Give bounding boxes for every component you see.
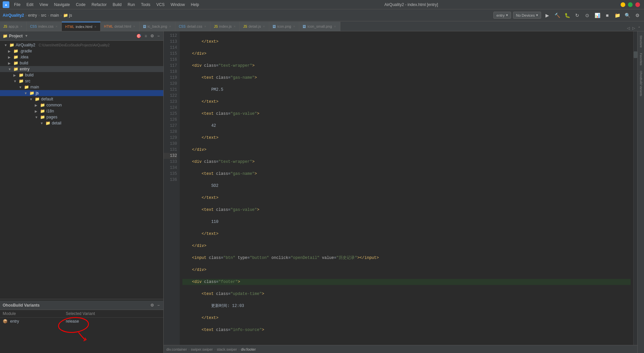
tree-build[interactable]: ▶ 📁 build (0, 60, 163, 66)
entry-selector[interactable]: entry ▾ (493, 12, 511, 19)
menu-file[interactable]: File (11, 2, 23, 8)
tree-default[interactable]: ▼ 📁 default (0, 96, 163, 102)
module-icon: 📦 (3, 319, 8, 324)
tree-item-label: build (20, 61, 28, 65)
project-dropdown-btn[interactable]: ▾ (24, 33, 29, 39)
settings-toolbar-button[interactable]: ⚙ (633, 11, 641, 19)
tree-item-label: entry (20, 67, 29, 71)
structure-tab[interactable]: Structure (639, 33, 643, 50)
breadcrumb-app[interactable]: AirQuality2 (3, 13, 24, 18)
code-editor[interactable]: </text> </div> <div class="text-wrapper"… (180, 31, 633, 345)
breadcrumb-src[interactable]: src (41, 13, 46, 18)
tab-close-detail-html[interactable]: × (133, 24, 136, 29)
tab-close-index-css[interactable]: × (55, 24, 58, 29)
tree-js[interactable]: ▼ 📁 js (0, 90, 163, 96)
tab-label: detail.html (115, 24, 131, 28)
menu-window[interactable]: Window (168, 2, 188, 8)
menu-code[interactable]: Code (73, 2, 88, 8)
tab-close-icon-png[interactable]: × (293, 24, 296, 29)
profile-button[interactable]: ⊙ (583, 11, 591, 19)
tab-app-js[interactable]: JS app.js × (0, 22, 27, 31)
stop-button[interactable]: ■ (603, 11, 611, 19)
file-tree[interactable]: ▼ 📁 AirQuality2 C:\Users\hett\DevEcoStud… (0, 41, 163, 299)
collapse-btn[interactable]: ≡ (144, 33, 148, 39)
breadcrumb-entry[interactable]: entry (28, 13, 37, 18)
tab-index-html[interactable]: HTML index.html × (62, 22, 101, 31)
search-toolbar-button[interactable]: 🔍 (623, 11, 631, 19)
run-button[interactable]: ▶ (543, 11, 551, 19)
tree-i18n[interactable]: ▶ 📁 i18n (0, 108, 163, 114)
build-button[interactable]: 🔨 (553, 11, 561, 19)
tab-close-detail-js[interactable]: × (262, 24, 266, 29)
css-file-icon: CSS (30, 25, 37, 28)
favorites-tab[interactable]: Favorites (639, 50, 643, 68)
tree-arrow: ▼ (8, 67, 12, 71)
folder-button[interactable]: 📁 (613, 11, 621, 19)
folder-icon: 📁 (19, 73, 24, 77)
variants-minimize-btn[interactable]: − (156, 303, 161, 308)
menu-run[interactable]: Run (125, 2, 138, 8)
locate-btn[interactable]: 🎯 (135, 33, 142, 39)
ohosbuild-tab[interactable]: OhosBuild Variants (639, 68, 643, 99)
bc-div-footer[interactable]: div.footer (241, 347, 256, 351)
bc-swiper-swiper[interactable]: swiper.swiper (191, 347, 213, 351)
tree-pages[interactable]: ▼ 📁 pages (0, 114, 163, 120)
maximize-button[interactable]: □ (628, 2, 633, 7)
tab-close-index-js[interactable]: × (233, 24, 236, 29)
refresh-button[interactable]: ↻ (573, 11, 581, 19)
menu-help[interactable]: Help (188, 2, 202, 8)
tab-ic-back[interactable]: 🖼 ic_back.png × (140, 22, 176, 31)
tab-close-app-js[interactable]: × (20, 24, 23, 29)
minimize-panel-btn[interactable]: − (156, 33, 161, 39)
tree-detail[interactable]: ▼ 📁 detail (0, 120, 163, 126)
settings-btn[interactable]: ⚙ (149, 33, 155, 39)
tab-icon-png[interactable]: 🖼 icon.png × (269, 22, 299, 31)
tree-arrow: ▼ (24, 91, 28, 95)
tree-entry[interactable]: ▼ 📁 entry (0, 66, 163, 72)
tree-entry-build[interactable]: ▶ 📁 build (0, 72, 163, 78)
js-file-icon2: JS (214, 25, 218, 28)
coverage-button[interactable]: 📊 (593, 11, 601, 19)
tab-index-js[interactable]: JS index.js × (210, 22, 240, 31)
editor-breadcrumb-bar: div.container › swiper.swiper › stack.sw… (164, 345, 637, 353)
tab-icon-small-png[interactable]: 🖼 icon_small.png × (299, 22, 340, 31)
close-button[interactable]: × (635, 2, 640, 7)
bc-stack-swiper[interactable]: stack.swiper (217, 347, 237, 351)
debug-button[interactable]: 🐛 (563, 11, 571, 19)
menu-build[interactable]: Build (110, 2, 124, 8)
code-line-122: <div class="text-wrapper"> (182, 159, 631, 165)
menu-navigate[interactable]: Navigate (51, 2, 72, 8)
tab-close-icon-small-png[interactable]: × (333, 24, 337, 29)
tab-close-detail-css[interactable]: × (204, 24, 207, 29)
folder-icon: 📁 (35, 97, 40, 101)
tab-detail-js[interactable]: JS detail.js × (240, 22, 269, 31)
device-selector[interactable]: No Devices ▾ (513, 12, 541, 19)
tree-gradle[interactable]: ▶ 📁 .gradle (0, 48, 163, 54)
folder-icon: 📁 (13, 61, 18, 65)
variants-settings-btn[interactable]: ⚙ (149, 303, 155, 308)
breadcrumb-main[interactable]: main (50, 13, 59, 18)
tab-index-css[interactable]: CSS index.css × (27, 22, 62, 31)
tree-root[interactable]: ▼ 📁 AirQuality2 C:\Users\hett\DevEcoStud… (0, 42, 163, 48)
code-line-126: <text class="gas-value"> (182, 207, 631, 213)
tree-common[interactable]: ▶ 📁 common (0, 102, 163, 108)
menu-view[interactable]: View (37, 2, 51, 8)
tree-idea[interactable]: ▶ 📁 .idea (0, 54, 163, 60)
menu-tools[interactable]: Tools (138, 2, 153, 8)
tab-detail-css[interactable]: CSS detail.css × (175, 22, 210, 31)
js-file-icon3: JS (243, 25, 247, 28)
tree-item-label: detail (52, 121, 61, 125)
menu-refactor[interactable]: Refactor (89, 2, 109, 8)
bc-div-container[interactable]: div.container (166, 347, 187, 351)
menu-vcs[interactable]: VCS (154, 2, 167, 8)
menu-edit[interactable]: Edit (24, 2, 36, 8)
scrollbar-minimap[interactable] (633, 31, 637, 345)
tab-close-index-html[interactable]: × (94, 25, 97, 29)
tab-detail-html[interactable]: HTML detail.html × (101, 22, 139, 31)
breadcrumb-js[interactable]: 📁 js (63, 13, 72, 18)
tree-main[interactable]: ▼ 📁 main (0, 84, 163, 90)
tree-entry-src[interactable]: ▼ 📁 src (0, 78, 163, 84)
folder-icon: 📁 (13, 55, 18, 59)
tab-close-ic-back[interactable]: × (168, 24, 172, 29)
minimize-button[interactable]: − (621, 2, 625, 7)
